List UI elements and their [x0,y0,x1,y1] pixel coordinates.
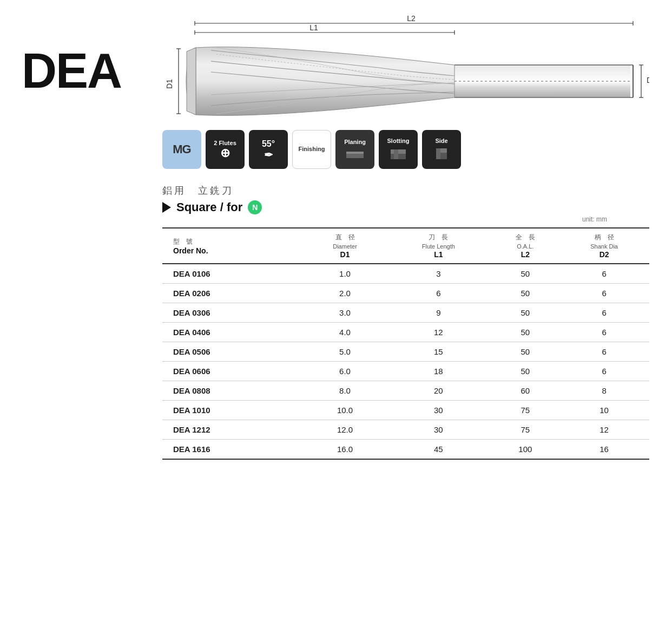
cell-shank-2: 6 [559,303,649,323]
n-badge: N [248,200,262,214]
col-header-diameter: 直 径 Diameter D1 [305,228,385,264]
cell-flute-length-8: 30 [385,420,491,440]
badge-flutes: 2 Flutes ⊕ [206,130,245,169]
badge-angle: 55° ✒ [249,130,288,169]
unit-label: unit: mm [582,215,607,223]
svg-text:L2: L2 [407,14,416,23]
cell-shank-8: 12 [559,420,649,440]
cell-diameter-4: 5.0 [305,342,385,362]
cell-flute-length-0: 3 [385,264,491,284]
cell-shank-1: 6 [559,284,649,303]
cell-oal-0: 50 [491,264,559,284]
triangle-icon [162,202,171,213]
cell-order-3: DEA 0406 [162,323,305,342]
cell-order-6: DEA 0808 [162,381,305,401]
badge-mg: MG [162,130,201,169]
cell-oal-2: 50 [491,303,559,323]
table-row: DEA 03063.09506 [162,303,649,323]
cell-oal-3: 50 [491,323,559,342]
cell-order-1: DEA 0206 [162,284,305,303]
cell-oal-8: 75 [491,420,559,440]
cell-order-7: DEA 1010 [162,401,305,420]
svg-text:D1: D1 [165,79,174,89]
cell-oal-6: 60 [491,381,559,401]
cell-oal-9: 100 [491,440,559,460]
cell-order-0: DEA 0106 [162,264,305,284]
badge-finishing: Finishing [292,130,331,169]
table-row: DEA 05065.015506 [162,342,649,362]
cell-shank-0: 6 [559,264,649,284]
col-header-shank: 柄 径 Shank Dia D2 [559,228,649,264]
table-row: DEA 02062.06506 [162,284,649,303]
cell-oal-1: 50 [491,284,559,303]
table-row: DEA 161616.04510016 [162,440,649,460]
specs-table: 型 號 Order No. 直 径 Diameter D1 刀 長 Flute … [162,227,649,460]
svg-text:L1: L1 [309,23,318,32]
cell-diameter-9: 16.0 [305,440,385,460]
cell-diameter-6: 8.0 [305,381,385,401]
table-row: DEA 06066.018506 [162,362,649,381]
cell-oal-5: 50 [491,362,559,381]
cell-flute-length-3: 12 [385,323,491,342]
cell-oal-7: 75 [491,401,559,420]
table-row: DEA 08088.020608 [162,381,649,401]
cell-diameter-7: 10.0 [305,401,385,420]
cell-shank-3: 6 [559,323,649,342]
cell-shank-9: 16 [559,440,649,460]
table-row: DEA 101010.0307510 [162,401,649,420]
cell-diameter-1: 2.0 [305,284,385,303]
cell-order-9: DEA 1616 [162,440,305,460]
cell-flute-length-2: 9 [385,303,491,323]
svg-rect-31 [436,148,440,159]
cell-order-2: DEA 0306 [162,303,305,323]
table-row: DEA 04064.012506 [162,323,649,342]
feature-badges: MG 2 Flutes ⊕ 55° ✒ Finishing Planing Sl… [162,130,461,169]
cell-order-4: DEA 0506 [162,342,305,362]
col-header-oal: 全 長 O.A.L. L2 [491,228,559,264]
cell-shank-7: 10 [559,401,649,420]
cell-diameter-0: 1.0 [305,264,385,284]
cell-flute-length-4: 15 [385,342,491,362]
product-chinese-name: 鋁用 立銑刀 [162,184,262,197]
cell-order-8: DEA 1212 [162,420,305,440]
svg-text:D2: D2 [647,76,649,84]
col-header-flute-length: 刀 長 Flute Length L1 [385,228,491,264]
svg-rect-25 [346,152,364,154]
cell-flute-length-1: 6 [385,284,491,303]
col-header-order: 型 號 Order No. [162,228,305,264]
product-logo: DEA [22,43,121,99]
svg-rect-28 [394,149,398,159]
cell-flute-length-6: 20 [385,381,491,401]
cell-shank-4: 6 [559,342,649,362]
endmill-diagram: L2 L1 D1 D2 [162,14,649,138]
product-english-name: Square / for N [162,200,262,214]
cell-flute-length-7: 30 [385,401,491,420]
cell-diameter-8: 12.0 [305,420,385,440]
cell-oal-4: 50 [491,342,559,362]
badge-slotting: Slotting [379,130,418,169]
table-row: DEA 01061.03506 [162,264,649,284]
product-description: 鋁用 立銑刀 Square / for N [162,184,262,214]
badge-planing: Planing [335,130,374,169]
cell-diameter-5: 6.0 [305,362,385,381]
table-row: DEA 121212.0307512 [162,420,649,440]
cell-diameter-2: 3.0 [305,303,385,323]
cell-order-5: DEA 0606 [162,362,305,381]
cell-flute-length-9: 45 [385,440,491,460]
cell-shank-6: 8 [559,381,649,401]
cell-diameter-3: 4.0 [305,323,385,342]
cell-flute-length-5: 18 [385,362,491,381]
badge-side: Side [422,130,461,169]
cell-shank-5: 6 [559,362,649,381]
